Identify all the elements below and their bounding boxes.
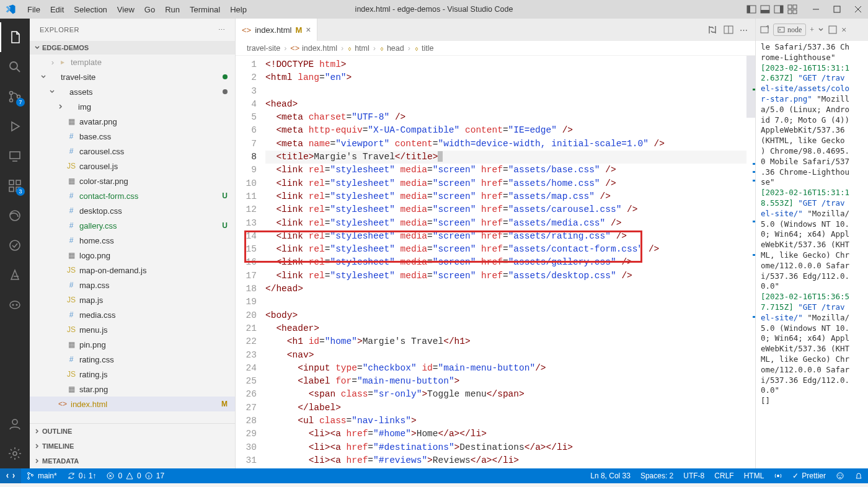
editor-more-icon[interactable]: ⋯ xyxy=(740,25,748,35)
tree-item-map-css[interactable]: #map.css xyxy=(30,278,235,292)
terminal-panel: node + × le Safari/537.36 Chrome-Lightho… xyxy=(755,19,868,468)
tree-item-base-css[interactable]: #base.css xyxy=(30,129,235,144)
tab-index-html[interactable]: <> index.html M × xyxy=(236,19,317,41)
tree-item-gallery-css[interactable]: #gallery.cssU xyxy=(30,218,235,233)
tree-item-assets[interactable]: assets xyxy=(30,84,235,99)
breadcrumb-index.html[interactable]: <> index.html xyxy=(290,44,337,53)
breadcrumb-travel-site[interactable]: travel-site xyxy=(247,44,280,53)
activity-todo[interactable] xyxy=(0,230,30,260)
minimap[interactable] xyxy=(746,56,755,468)
activity-copilot[interactable] xyxy=(0,290,30,320)
terminal-profile-dropdown[interactable]: node xyxy=(773,24,806,37)
activity-accounts[interactable] xyxy=(0,409,30,439)
sidebar-more-icon[interactable]: ⋯ xyxy=(218,26,226,34)
status-indent[interactable]: Spaces: 2 xyxy=(636,468,678,483)
window-maximize-icon[interactable] xyxy=(832,4,842,14)
activity-debug[interactable] xyxy=(0,112,30,141)
window-close-icon[interactable] xyxy=(853,4,863,14)
menu-run[interactable]: Run xyxy=(160,5,185,14)
vscode-logo-icon xyxy=(5,4,16,15)
tree-item-logo-png[interactable]: ▦logo.png xyxy=(30,248,235,263)
status-problems[interactable]: 0 0 17 xyxy=(101,468,169,483)
tree-item-carousel-css[interactable]: #carousel.css xyxy=(30,144,235,159)
line-gutter: 1234567891011121314151617181920212223242… xyxy=(236,56,265,468)
tree-item-media-css[interactable]: #media.css xyxy=(30,307,235,322)
tree-item-carousel-js[interactable]: JScarousel.js xyxy=(30,159,235,173)
activity-edge[interactable] xyxy=(0,201,30,230)
svg-rect-6 xyxy=(788,5,792,9)
menu-file[interactable]: File xyxy=(22,5,45,14)
tree-item-map-js[interactable]: JSmap.js xyxy=(30,292,235,307)
tree-item-map-on-demand-js[interactable]: JSmap-on-demand.js xyxy=(30,263,235,278)
breadcrumb-head[interactable]: ⬨ head xyxy=(379,44,404,53)
tree-item-star-png[interactable]: ▦star.png xyxy=(30,382,235,397)
code-editor[interactable]: 1234567891011121314151617181920212223242… xyxy=(236,56,755,468)
activity-remote-explorer[interactable] xyxy=(0,141,30,171)
activity-azure[interactable] xyxy=(0,260,30,290)
tab-git-status: M xyxy=(295,25,302,35)
open-launch-icon[interactable] xyxy=(760,25,769,35)
menu-edit[interactable]: Edit xyxy=(45,5,69,14)
layout-customize-icon[interactable] xyxy=(787,4,797,14)
html-file-icon: <> xyxy=(242,25,251,35)
tree-item-pin-png[interactable]: ▦pin.png xyxy=(30,337,235,352)
layout-left-icon[interactable] xyxy=(746,4,756,14)
terminal-output[interactable]: le Safari/537.36 Chrome-Lighthouse"[2023… xyxy=(756,41,868,468)
status-encoding[interactable]: UTF-8 xyxy=(678,468,709,483)
tree-item-rating-js[interactable]: JSrating.js xyxy=(30,367,235,382)
tree-item-template[interactable]: ›▸template xyxy=(30,55,235,69)
section-timeline[interactable]: TIMELINE xyxy=(30,439,235,454)
status-cursor-pos[interactable]: Ln 8, Col 33 xyxy=(585,468,636,483)
svg-rect-1 xyxy=(747,6,750,13)
tree-item-color-star-png[interactable]: ▦color-star.png xyxy=(30,173,235,188)
terminal-new-icon[interactable]: + xyxy=(810,25,814,35)
tab-close-icon[interactable]: × xyxy=(306,25,311,35)
svg-point-49 xyxy=(841,475,842,476)
status-prettier[interactable]: ✓Prettier xyxy=(787,468,831,483)
breadcrumbs[interactable]: travel-site›<> index.html›⬨ html›⬨ head›… xyxy=(236,41,755,56)
menu-terminal[interactable]: Terminal xyxy=(185,5,225,14)
status-remote[interactable] xyxy=(0,468,21,483)
status-branch[interactable]: main* xyxy=(21,468,62,483)
activity-search[interactable] xyxy=(0,52,30,82)
status-sync[interactable]: 0↓ 1↑ xyxy=(62,468,102,483)
project-section-header[interactable]: EDGE-DEMOS xyxy=(30,41,235,55)
tree-item-rating-css[interactable]: #rating.css xyxy=(30,352,235,367)
tree-item-travel-site[interactable]: travel-site xyxy=(30,69,235,84)
status-feedback-icon[interactable] xyxy=(831,468,849,483)
breadcrumb-html[interactable]: ⬨ html xyxy=(347,44,370,53)
tree-item-img[interactable]: img xyxy=(30,99,235,114)
split-editor-icon[interactable] xyxy=(724,25,733,35)
tree-item-desktop-css[interactable]: #desktop.css xyxy=(30,203,235,218)
tree-item-index-html[interactable]: <>index.htmlM xyxy=(30,397,235,411)
breadcrumb-title[interactable]: ⬨ title xyxy=(414,44,433,53)
code-content[interactable]: <!DOCTYPE html><html lang="en"><head> <m… xyxy=(265,56,746,468)
tree-item-home-css[interactable]: #home.css xyxy=(30,233,235,248)
section-outline[interactable]: OUTLINE xyxy=(30,424,235,439)
terminal-close-icon[interactable]: × xyxy=(841,25,846,35)
terminal-maximize-icon[interactable] xyxy=(828,25,838,35)
activity-explorer[interactable] xyxy=(0,22,30,52)
activity-settings[interactable] xyxy=(0,439,30,468)
window-minimize-icon[interactable] xyxy=(811,4,821,14)
menu-help[interactable]: Help xyxy=(225,5,252,14)
terminal-split-down-icon[interactable] xyxy=(818,27,824,33)
layout-bottom-icon[interactable] xyxy=(760,4,770,14)
status-live[interactable] xyxy=(769,468,787,483)
tree-item-contact-form-css[interactable]: #contact-form.cssU xyxy=(30,188,235,203)
layout-right-icon[interactable] xyxy=(774,4,784,14)
activity-scm[interactable]: 7 xyxy=(0,82,30,112)
tree-item-avatar-png[interactable]: ▦avatar.png xyxy=(30,114,235,129)
menu-view[interactable]: View xyxy=(112,5,140,14)
status-language[interactable]: HTML xyxy=(739,468,769,483)
status-eol[interactable]: CRLF xyxy=(709,468,738,483)
menu-selection[interactable]: Selection xyxy=(69,5,112,14)
tree-item-menu-js[interactable]: JSmenu.js xyxy=(30,322,235,337)
editor-tabs: <> index.html M × ⋯ xyxy=(236,19,755,41)
section-metadata[interactable]: METADATA xyxy=(30,454,235,468)
menu-go[interactable]: Go xyxy=(140,5,160,14)
svg-point-28 xyxy=(12,304,14,306)
status-bell-icon[interactable] xyxy=(849,468,868,483)
compare-changes-icon[interactable] xyxy=(707,25,717,35)
activity-extensions[interactable]: 3 xyxy=(0,171,30,201)
